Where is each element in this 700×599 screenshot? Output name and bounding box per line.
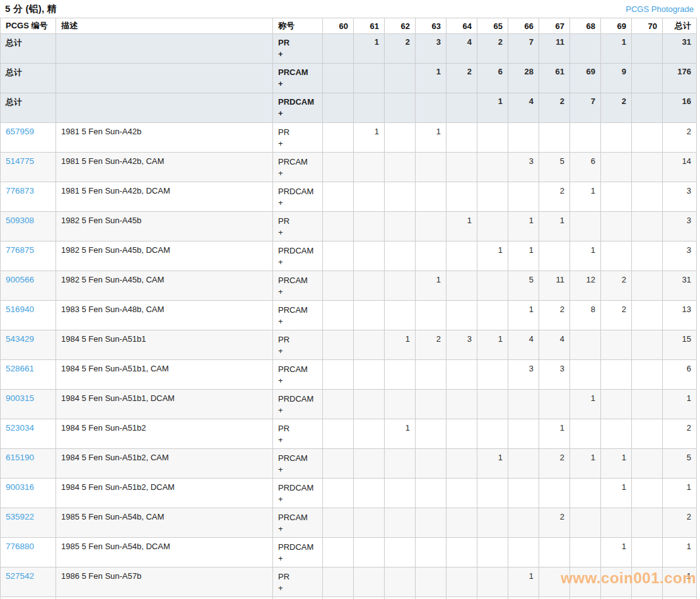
grade-68-cell: 1 xyxy=(570,449,601,479)
grade-65-cell xyxy=(477,597,508,599)
grade-64-cell xyxy=(446,597,477,599)
pcgs-number-link[interactable]: 900316 xyxy=(6,482,34,492)
grade-61-cell xyxy=(354,508,385,538)
pcgs-number-link[interactable]: 776875 xyxy=(6,245,34,255)
header-grade-70: 70 xyxy=(632,18,663,34)
grade-64-cell xyxy=(446,538,477,567)
grade-69-cell xyxy=(601,419,632,449)
designation-text: PRDCAM xyxy=(278,245,317,257)
grade-62-cell xyxy=(385,301,416,330)
grade-63-cell xyxy=(416,93,446,123)
photograde-link[interactable]: PCGS Photograde xyxy=(626,4,694,14)
grade-64-cell xyxy=(446,508,477,538)
grade-70-cell xyxy=(632,419,663,449)
pcgs-number-cell: 514775 xyxy=(1,153,56,182)
grade-62-cell xyxy=(385,241,416,271)
grade-68-cell xyxy=(570,360,601,390)
pcgs-number-link[interactable]: 535922 xyxy=(6,512,34,521)
grade-64-cell xyxy=(446,241,477,271)
designation-plus: + xyxy=(278,375,317,387)
description-cell: 1984 5 Fen Sun-A51b2 xyxy=(56,419,273,449)
pcgs-number-link[interactable]: 657959 xyxy=(6,127,34,136)
grade-61-cell xyxy=(354,479,385,508)
designation-text: PRDCAM xyxy=(278,186,317,197)
grade-65-cell xyxy=(477,123,508,153)
pcgs-number-link[interactable]: 514775 xyxy=(6,156,34,166)
grade-63-cell: 1 xyxy=(416,64,446,93)
grade-65-cell xyxy=(477,271,508,301)
pcgs-number-link[interactable]: 900566 xyxy=(6,275,34,284)
grade-61-cell xyxy=(354,271,385,301)
grade-60-cell xyxy=(323,508,354,538)
pcgs-number-cell: 900599 xyxy=(1,597,56,599)
designation-plus: + xyxy=(278,197,317,209)
grade-61-cell xyxy=(354,64,385,93)
grade-62-cell xyxy=(385,153,416,182)
designation-text: PRCAM xyxy=(278,453,317,464)
designation-text: PRCAM xyxy=(278,67,317,78)
grade-61-cell xyxy=(354,538,385,567)
grade-63-cell: 3 xyxy=(416,34,446,64)
pcgs-number-link[interactable]: 615190 xyxy=(6,453,34,462)
grade-61-cell xyxy=(354,93,385,123)
pcgs-number-link[interactable]: 900315 xyxy=(6,393,34,403)
grade-70-cell xyxy=(632,182,663,212)
grade-70-cell xyxy=(632,34,663,64)
grade-70-cell xyxy=(632,538,663,567)
pcgs-number-link[interactable]: 523034 xyxy=(6,423,34,433)
total-cell: 31 xyxy=(663,271,697,301)
designation-plus: + xyxy=(278,434,317,446)
grade-63-cell xyxy=(416,419,446,449)
pcgs-number-link[interactable]: 543429 xyxy=(6,334,34,344)
total-row: 总计PRCAM+1262861699176 xyxy=(1,64,697,93)
pcgs-number-link[interactable]: 528661 xyxy=(6,364,34,373)
description-cell: 1984 5 Fen Sun-A51b1, CAM xyxy=(56,360,273,390)
pcgs-number-cell: 527542 xyxy=(1,567,56,597)
grade-69-cell xyxy=(601,182,632,212)
grade-67-cell xyxy=(539,479,570,508)
description-cell xyxy=(56,34,273,64)
grade-69-cell: 1 xyxy=(601,34,632,64)
table-row: 9005661982 5 Fen Sun-A45b, CAMPRCAM+1511… xyxy=(1,271,697,301)
grade-64-cell xyxy=(446,479,477,508)
pcgs-number-cell: 776880 xyxy=(1,538,56,567)
grade-66-cell xyxy=(508,419,539,449)
pcgs-number-cell: 776873 xyxy=(1,182,56,212)
pcgs-number-link[interactable]: 527542 xyxy=(6,571,34,581)
pcgs-number-link[interactable]: 509308 xyxy=(6,216,34,225)
grade-62-cell xyxy=(385,360,416,390)
grade-68-cell xyxy=(570,123,601,153)
total-cell: 13 xyxy=(663,301,697,330)
grade-62-cell xyxy=(385,538,416,567)
pcgs-number-link[interactable]: 516940 xyxy=(6,305,34,314)
designation-plus: + xyxy=(278,227,317,238)
pcgs-number-link[interactable]: 776880 xyxy=(6,542,34,551)
grade-67-cell: 2 xyxy=(539,301,570,330)
grade-67-cell: 1 xyxy=(539,212,570,241)
table-row: 7768801985 5 Fen Sun-A54b, DCAMPRDCAM+11 xyxy=(1,538,697,567)
pcgs-number-link[interactable]: 776873 xyxy=(6,186,34,195)
grade-61-cell: 1 xyxy=(354,123,385,153)
grade-66-cell: 28 xyxy=(508,64,539,93)
header-grade-64: 64 xyxy=(446,18,477,34)
grade-66-cell xyxy=(508,182,539,212)
grade-64-cell: 2 xyxy=(446,64,477,93)
grade-60-cell xyxy=(323,34,354,64)
grade-68-cell: 8 xyxy=(570,301,601,330)
grade-69-cell: 1 xyxy=(601,479,632,508)
grade-61-cell xyxy=(354,390,385,419)
description-cell: 1982 5 Fen Sun-A45b xyxy=(56,212,273,241)
grade-60-cell xyxy=(323,301,354,330)
grade-65-cell: 1 xyxy=(477,330,508,360)
grade-67-cell: 11 xyxy=(539,34,570,64)
header-total: 总计 xyxy=(663,18,697,34)
grade-65-cell: 2 xyxy=(477,34,508,64)
grade-66-cell xyxy=(508,449,539,479)
grade-65-cell xyxy=(477,153,508,182)
header-designation: 称号 xyxy=(273,18,323,34)
pcgs-number-cell: 657959 xyxy=(1,123,56,153)
grade-65-cell xyxy=(477,508,508,538)
grade-70-cell xyxy=(632,508,663,538)
grade-69-cell xyxy=(601,360,632,390)
description-cell: 1983 5 Fen Sun-A48b, CAM xyxy=(56,301,273,330)
